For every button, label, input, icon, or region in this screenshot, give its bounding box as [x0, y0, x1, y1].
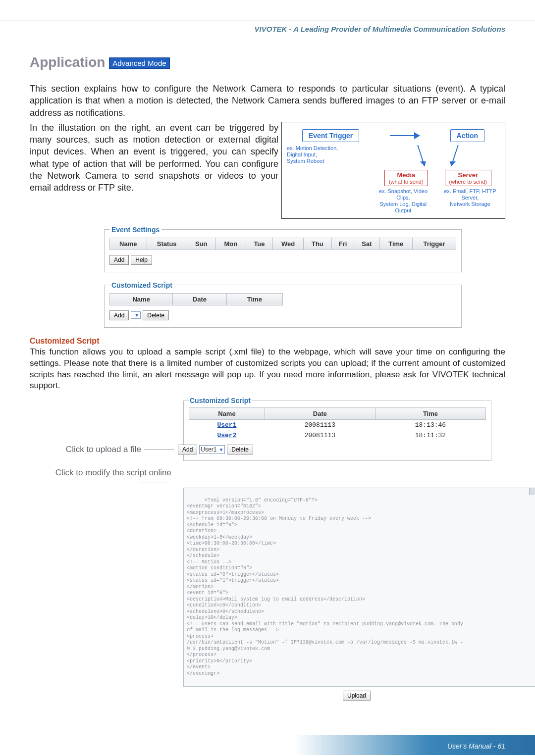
header-brand: VIVOTEK - A Leading Provider of Multimed… [255, 25, 505, 33]
col-thu: Thu [303, 238, 331, 250]
event-add-button[interactable]: Add [109, 255, 129, 265]
cs1-col-date: Date [173, 293, 226, 305]
chevron-down-icon: ▼ [134, 312, 139, 318]
customized-script-legend-1: Customized Script [109, 281, 174, 289]
chevron-down-icon: ▼ [218, 447, 223, 453]
customized-script-table-1: Name Date Time [109, 293, 283, 305]
script-xml-content: <?xml version="1.0" encoding="UTF-8"?> <… [187, 498, 463, 676]
event-action-diagram: Event Trigger Action ex. Motion Detectio… [281, 122, 505, 219]
diagram-server-sub: (where to send) [449, 179, 487, 185]
cs2-col-date: Date [265, 408, 375, 420]
customized-script-table-2: Name Date Time User1 20081113 18:13:46 U… [189, 407, 486, 441]
page-title: Application Advanced Mode [30, 54, 505, 70]
page-title-text: Application [30, 54, 105, 70]
col-fri: Fri [331, 238, 354, 250]
cs2-col-time: Time [375, 408, 485, 420]
modify-script-label: Click to modify the script online [30, 468, 172, 488]
cs2-script-select[interactable]: User1 ▼ [199, 445, 225, 454]
col-sun: Sun [187, 238, 215, 250]
arrow-right-icon [390, 135, 420, 136]
upload-button[interactable]: Upload [343, 691, 371, 701]
cs2-delete-button[interactable]: Delete [227, 445, 253, 454]
customized-script-panel-1: Customized Script Name Date Time Add ▼ D… [104, 281, 462, 328]
cs2-add-button[interactable]: Add [178, 445, 197, 454]
upload-file-label: Click to upload a file [35, 445, 178, 454]
diagram-action-box: Action [450, 129, 485, 142]
diagram-trigger-example: ex. Motion Detection, Digital Input, Sys… [287, 145, 376, 165]
col-wed: Wed [273, 238, 304, 250]
leader-line-icon [139, 483, 168, 483]
event-settings-table: Name Status Sun Mon Tue Wed Thu Fri Sat … [109, 238, 456, 250]
cs1-delete-button[interactable]: Delete [143, 310, 169, 320]
event-help-button[interactable]: Help [131, 255, 152, 265]
table-row: User1 20081113 18:13:46 [189, 420, 486, 431]
script-link-user1[interactable]: User1 [217, 421, 236, 429]
table-row: User2 20081113 18:11:32 [189, 430, 486, 441]
customized-script-legend-2: Customized Script [189, 397, 252, 404]
diagram-server-box: Server (where to send) [445, 170, 491, 186]
intro-para-2: In the illustation on the right, an even… [30, 122, 278, 194]
diagram-media-title: Media [389, 171, 424, 179]
diagram-media-example: ex. Snapshot, Video Clips, System Log, D… [376, 188, 430, 214]
cs2-r0-time: 18:13:46 [375, 420, 485, 431]
cs2-r1-time: 18:11:32 [375, 430, 485, 441]
col-trigger: Trigger [412, 238, 456, 250]
col-tue: Tue [246, 238, 272, 250]
intro-para-1: This section explains how to configure t… [30, 83, 505, 119]
script-xml-textarea[interactable]: <?xml version="1.0" encoding="UTF-8"?> <… [183, 488, 535, 687]
diagram-event-trigger-box: Event Trigger [302, 129, 359, 142]
footer-page-label: User's Manual - 61 [447, 742, 505, 750]
customized-script-para: This function allows you to upload a sam… [30, 347, 505, 392]
diagram-media-sub: (what to send) [389, 179, 424, 185]
diagram-media-box: Media (what to send) [384, 170, 428, 186]
arrow-down-left-icon [417, 145, 425, 166]
cs2-r0-date: 20081113 [265, 420, 375, 431]
col-name: Name [110, 238, 147, 250]
cs1-col-time: Time [226, 293, 282, 305]
customized-script-heading: Customized Script [30, 337, 505, 346]
event-settings-legend: Event Settings [109, 226, 161, 234]
scrollbar-up-icon[interactable] [529, 488, 535, 495]
arrow-down-right-icon [451, 145, 459, 166]
col-status: Status [147, 238, 187, 250]
leader-line-icon [144, 450, 174, 450]
diagram-server-title: Server [449, 171, 487, 179]
col-mon: Mon [215, 238, 246, 250]
customized-script-panel-2: Customized Script Name Date Time User1 2… [183, 397, 491, 461]
col-sat: Sat [354, 238, 379, 250]
cs2-select-value: User1 [201, 446, 216, 453]
cs1-script-select[interactable]: ▼ [131, 311, 141, 319]
cs2-r1-date: 20081113 [265, 430, 375, 441]
cs2-col-name: Name [189, 408, 265, 420]
event-settings-panel: Event Settings Name Status Sun Mon Tue W… [104, 226, 462, 272]
diagram-server-example: ex. Email, FTP, HTTP Server, Network Sto… [440, 188, 500, 214]
cs1-col-name: Name [110, 293, 173, 305]
advanced-mode-badge: Advanced Mode [109, 57, 169, 69]
col-time: Time [379, 238, 412, 250]
cs1-add-button[interactable]: Add [109, 310, 129, 320]
script-link-user2[interactable]: User2 [217, 432, 236, 439]
